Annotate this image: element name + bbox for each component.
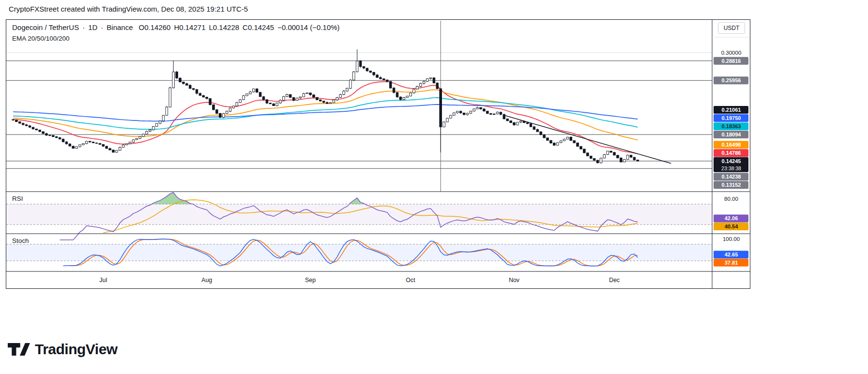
low-value: L0.14228 — [209, 23, 240, 31]
screen: { "header": { "attribution": "CryptoFXSt… — [0, 0, 868, 374]
price-badge-level: 0.28816 — [722, 58, 741, 64]
price-badge-level: 0.13152 — [722, 182, 741, 188]
ema-50-line — [13, 90, 638, 140]
open-value: O0.14260 — [139, 23, 171, 31]
ema-20-line — [13, 82, 638, 154]
month-label: Aug — [201, 277, 212, 284]
month-label: Sep — [305, 277, 316, 284]
rsi-axis-label: 80.00 — [724, 196, 738, 202]
high-value: H0.14271 — [174, 23, 205, 31]
stoch-label: Stoch — [12, 237, 29, 244]
separator-dot: · — [82, 23, 85, 31]
candlestick-series — [12, 49, 639, 164]
tradingview-logo[interactable]: TradingView — [8, 340, 118, 359]
month-label: Jul — [99, 277, 107, 284]
axis-price-label: 0.30000 — [721, 50, 742, 56]
stoch-axis-label: 100.00 — [723, 236, 740, 242]
month-label: Oct — [406, 277, 415, 284]
stoch-pane — [6, 239, 712, 266]
symbol-title: Dogecoin / TetherUS — [12, 23, 79, 31]
current-price-badge: 0.14245 — [722, 158, 741, 164]
month-label: Nov — [509, 277, 520, 284]
price-badge-ema20: 0.14786 — [722, 150, 741, 156]
tradingview-wordmark: TradingView — [35, 341, 118, 358]
rsi-label: RSI — [12, 195, 23, 202]
timeframe-label: 1D — [88, 23, 97, 31]
stoch-d-value-badge: 37.81 — [725, 260, 738, 266]
chart-frame: 0.300000.288160.259560.210610.197500.183… — [6, 19, 750, 289]
time-axis[interactable]: JulAugSepOctNovDec — [99, 277, 620, 284]
chart-canvas[interactable]: 0.300000.288160.259560.210610.197500.183… — [6, 20, 750, 288]
rsi-value-badge: 42.06 — [725, 215, 738, 221]
currency-toggle-button[interactable]: USDT — [718, 22, 745, 34]
exchange-label: Binance — [107, 23, 133, 31]
month-label: Dec — [609, 277, 620, 284]
chart-title-row: Dogecoin / TetherUS · 1D · Binance O0.14… — [12, 23, 340, 31]
rsi-pane — [6, 193, 712, 240]
ema-100-line — [13, 98, 638, 130]
price-badge-ema200: 0.19750 — [722, 115, 741, 121]
price-badge-level: 0.14238 — [722, 174, 741, 180]
separator-dot: · — [101, 23, 103, 31]
rsi-ma-value-badge: 40.54 — [725, 224, 738, 229]
price-badge-black: 0.21061 — [722, 107, 741, 113]
close-value: C0.14245 — [243, 23, 274, 31]
price-badge-level: 0.25956 — [722, 77, 741, 83]
ema-indicator-label: EMA 20/50/100/200 — [12, 35, 70, 42]
price-badge-ema50: 0.16498 — [722, 142, 741, 148]
bar-countdown: 23:38:38 — [721, 165, 741, 171]
change-value: −0.00014 (−0.10%) — [277, 23, 339, 31]
price-badge-level: 0.18094 — [722, 132, 742, 137]
price-pane — [6, 21, 712, 192]
stoch-k-value-badge: 42.65 — [725, 252, 738, 257]
tradingview-mark-icon — [8, 340, 30, 359]
attribution-text: CryptoFXStreet created with TradingView.… — [9, 5, 248, 13]
ema-200-line — [13, 105, 638, 121]
price-badge-ema100: 0.18363 — [722, 123, 741, 129]
descending-trendline — [504, 115, 671, 164]
